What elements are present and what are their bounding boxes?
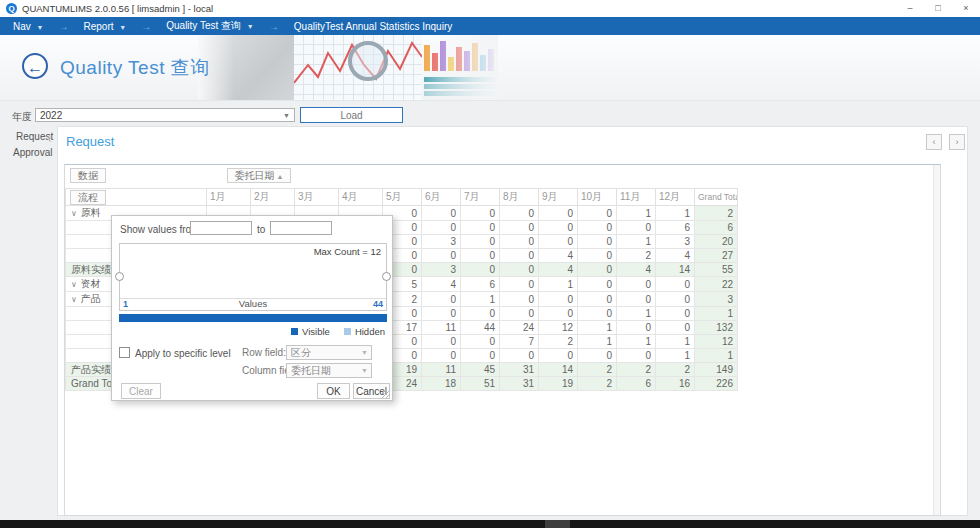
column-field-dropdown[interactable]: 委托日期 ▼	[286, 363, 372, 378]
pivot-cell: 1	[578, 335, 617, 349]
pivot-cell: 1	[695, 349, 738, 363]
column-header[interactable]: 12月	[656, 189, 695, 206]
from-value-input[interactable]	[190, 221, 252, 235]
apply-level-checkbox[interactable]	[119, 347, 130, 358]
pivot-cell: 2	[695, 206, 738, 221]
vertical-scrollbar[interactable]	[933, 165, 940, 515]
row-field-value: 区分	[291, 347, 311, 358]
pivot-cell: 0	[539, 349, 578, 363]
nav-item[interactable]: Nav ▼	[8, 21, 49, 32]
column-header[interactable]: 5月	[383, 189, 422, 206]
pivot-cell: 14	[656, 263, 695, 277]
pivot-cell: 0	[578, 277, 617, 292]
taskbar-edge	[0, 520, 980, 528]
to-value-input[interactable]	[270, 221, 332, 235]
column-header[interactable]: 10月	[578, 189, 617, 206]
pivot-cell: 0	[500, 206, 539, 221]
row-field-dropdown[interactable]: 区分 ▼	[286, 345, 372, 360]
back-button[interactable]: ←	[22, 53, 48, 79]
expand-icon[interactable]: ∨	[71, 209, 77, 218]
page-title: Quality Test 查询	[60, 55, 210, 81]
minimize-button[interactable]: –	[896, 0, 924, 17]
pivot-cell: 226	[695, 377, 738, 391]
pivot-cell: 0	[500, 307, 539, 321]
pivot-cell: 0	[539, 221, 578, 235]
pivot-cell: 0	[617, 221, 656, 235]
ok-button[interactable]: OK	[317, 383, 350, 399]
pivot-cell: 0	[500, 249, 539, 263]
pivot-cell: 149	[695, 363, 738, 377]
pivot-cell: 0	[539, 206, 578, 221]
pivot-cell: 2	[656, 363, 695, 377]
sort-ascending-icon: ▲	[277, 173, 284, 180]
chevron-down-icon: ▼	[283, 109, 290, 123]
pivot-cell: 51	[461, 377, 500, 391]
pivot-row-field-button[interactable]: 流程	[70, 190, 106, 205]
pivot-cell: 0	[422, 249, 461, 263]
pivot-cell: 1	[461, 292, 500, 307]
column-header[interactable]: 1月	[207, 189, 251, 206]
pivot-cell: 22	[695, 277, 738, 292]
pivot-cell: 2	[617, 249, 656, 263]
column-header[interactable]: 2月	[251, 189, 295, 206]
resize-grip[interactable]	[382, 390, 390, 398]
nav-item[interactable]: QualityTest Annual Statistics Inquiry	[289, 21, 457, 32]
histogram-bars	[121, 251, 385, 299]
range-slider-track[interactable]	[119, 314, 387, 322]
to-label: to	[257, 224, 265, 235]
column-header[interactable]: 11月	[617, 189, 656, 206]
pivot-cell: 0	[578, 307, 617, 321]
load-button[interactable]: Load	[300, 107, 403, 123]
pivot-cell: 2	[578, 363, 617, 377]
pivot-cell: 0	[578, 221, 617, 235]
pivot-cell: 0	[617, 292, 656, 307]
column-header[interactable]: Grand Total	[695, 189, 738, 206]
pivot-cell: 11	[422, 363, 461, 377]
pivot-data-header-button[interactable]: 数据	[70, 168, 106, 183]
pivot-cell: 4	[422, 277, 461, 292]
pivot-cell: 4	[539, 263, 578, 277]
column-field-label: 委托日期	[235, 170, 275, 181]
pivot-cell: 4	[539, 249, 578, 263]
pivot-cell: 7	[500, 335, 539, 349]
range-slider-right-handle[interactable]	[382, 272, 391, 281]
chevron-down-icon: ▼	[247, 23, 254, 30]
pivot-cell: 2	[539, 335, 578, 349]
close-button[interactable]: ×	[952, 0, 980, 17]
restore-button[interactable]: □	[924, 0, 952, 17]
year-select[interactable]: 2022 ▼	[35, 108, 295, 122]
pivot-cell: 6	[656, 221, 695, 235]
nav-item[interactable]: Report ▼	[79, 21, 132, 32]
chevron-down-icon: ▼	[119, 24, 126, 31]
column-header[interactable]: 4月	[339, 189, 383, 206]
back-arrow-icon: ←	[27, 59, 43, 76]
pivot-cell: 0	[461, 263, 500, 277]
histogram-axis: 1 Values 44	[120, 298, 386, 310]
pivot-cell: 2	[617, 363, 656, 377]
pivot-cell: 1	[695, 307, 738, 321]
nav-item[interactable]: Quality Test 查询 ▼	[161, 19, 259, 33]
column-header[interactable]: 8月	[500, 189, 539, 206]
pivot-column-field-button[interactable]: 委托日期▲	[227, 168, 291, 183]
pivot-cell: 0	[578, 206, 617, 221]
column-header[interactable]: 7月	[461, 189, 500, 206]
expand-icon[interactable]: ∨	[71, 280, 77, 289]
clear-button[interactable]: Clear	[121, 383, 161, 399]
pivot-cell: 0	[422, 206, 461, 221]
pivot-cell: 0	[500, 235, 539, 249]
pivot-cell: 27	[695, 249, 738, 263]
pivot-cell: 0	[461, 349, 500, 363]
expand-icon[interactable]: ∨	[71, 295, 77, 304]
tab-approval[interactable]: Approval	[13, 147, 52, 158]
pivot-cell: 12	[695, 335, 738, 349]
pivot-cell: 0	[539, 235, 578, 249]
prev-page-button[interactable]: ‹	[926, 134, 942, 150]
column-header[interactable]: 3月	[295, 189, 339, 206]
chevron-down-icon: ▼	[361, 364, 368, 378]
column-header[interactable]: 9月	[539, 189, 578, 206]
next-page-button[interactable]: ›	[949, 134, 965, 150]
pivot-cell: 19	[539, 377, 578, 391]
pivot-cell: 0	[461, 221, 500, 235]
range-slider-left-handle[interactable]	[115, 272, 124, 281]
column-header[interactable]: 6月	[422, 189, 461, 206]
